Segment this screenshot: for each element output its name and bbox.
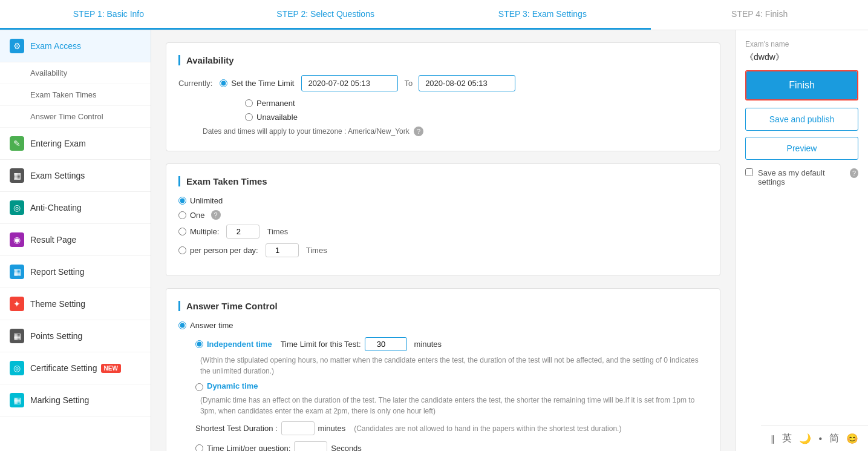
sidebar-item-label: Marking Setting bbox=[30, 395, 89, 405]
default-settings-row: Save as my default settings ? bbox=[745, 168, 858, 186]
shortest-duration-input[interactable] bbox=[281, 421, 315, 435]
independent-time-radio[interactable] bbox=[195, 340, 203, 348]
multiple-value-input[interactable] bbox=[226, 225, 259, 239]
sidebar-item-marking-setting[interactable]: ▦ Marking Setting bbox=[0, 384, 151, 416]
sidebar-item-label: Report Setting bbox=[30, 267, 85, 277]
one-option[interactable]: One ? bbox=[178, 210, 708, 220]
exam-access-icon: ⚙ bbox=[10, 39, 24, 53]
exam-taken-times-section: Exam Taken Times Unlimited One ? Multipl… bbox=[166, 163, 720, 276]
step-4[interactable]: STEP 4: Finish bbox=[651, 0, 868, 30]
save-publish-button[interactable]: Save and publish bbox=[745, 108, 858, 131]
step-3[interactable]: STEP 3: Exam Settings bbox=[434, 0, 651, 30]
default-settings-help-icon[interactable]: ? bbox=[850, 168, 858, 178]
answer-time-radio[interactable] bbox=[178, 321, 186, 329]
step-1[interactable]: STEP 1: Basic Info bbox=[0, 0, 217, 30]
unlimited-label: Unlimited bbox=[190, 196, 223, 205]
set-time-limit-radio[interactable] bbox=[220, 79, 227, 87]
bottom-bar: ‖ 英 🌙 • 简 😊 bbox=[761, 426, 868, 451]
content-area: Availability Currently: Set the Time Lim… bbox=[151, 30, 735, 451]
sidebar-sub-exam-taken-times[interactable]: Exam Taken Times bbox=[0, 84, 151, 106]
finish-button[interactable]: Finish bbox=[746, 71, 857, 99]
sidebar-item-theme-setting[interactable]: ✦ Theme Setting bbox=[0, 288, 151, 320]
availability-title: Availability bbox=[178, 55, 708, 65]
default-settings-checkbox[interactable] bbox=[745, 168, 753, 176]
from-date-input[interactable] bbox=[301, 75, 398, 91]
one-label: One bbox=[190, 211, 205, 220]
sidebar-sub-answer-time-control[interactable]: Answer Time Control bbox=[0, 106, 151, 128]
time-limit-per-q-label: Time Limit/per question: bbox=[207, 444, 290, 451]
shortest-label: Shortest Test Duration : bbox=[195, 424, 278, 433]
multiple-label: Multiple: bbox=[190, 227, 219, 236]
sidebar-item-exam-settings[interactable]: ▦ Exam Settings bbox=[0, 160, 151, 192]
multiple-option: Multiple: Times bbox=[178, 225, 708, 239]
sidebar-item-anti-cheating[interactable]: ◎ Anti-Cheating bbox=[0, 192, 151, 224]
marking-setting-icon: ▦ bbox=[10, 393, 24, 407]
sidebar-item-entering-exam[interactable]: ✎ Entering Exam bbox=[0, 128, 151, 160]
unavailable-radio[interactable] bbox=[245, 113, 253, 121]
sidebar-item-label: Result Page bbox=[30, 235, 76, 245]
dynamic-time-desc: (Dynamic time has an effect on the durat… bbox=[200, 395, 708, 416]
time-limit-per-q-radio[interactable] bbox=[195, 444, 203, 451]
preview-button[interactable]: Preview bbox=[745, 137, 858, 160]
to-date-input[interactable] bbox=[419, 75, 515, 91]
exam-taken-times-title: Exam Taken Times bbox=[178, 176, 708, 186]
multiple-times-label: Times bbox=[267, 227, 288, 236]
sidebar-item-label: Entering Exam bbox=[30, 139, 86, 148]
minutes-label: minutes bbox=[414, 340, 442, 349]
shortest-minutes-label: minutes bbox=[318, 424, 346, 433]
per-person-option: per person per day: Times bbox=[178, 243, 708, 257]
per-person-radio[interactable] bbox=[178, 246, 186, 254]
sidebar-item-result-page[interactable]: ◉ Result Page bbox=[0, 224, 151, 256]
currently-label: Currently: bbox=[178, 79, 212, 88]
sidebar-item-exam-access[interactable]: ⚙ Exam Access bbox=[0, 30, 151, 62]
lang-english-label[interactable]: 英 bbox=[782, 432, 792, 445]
sidebar-item-label: Theme Setting bbox=[30, 299, 85, 309]
dynamic-time-label: Dynamic time bbox=[207, 381, 258, 390]
sidebar-item-label: Points Setting bbox=[30, 331, 82, 341]
unlimited-option[interactable]: Unlimited bbox=[178, 196, 708, 205]
answer-time-label: Answer time bbox=[190, 321, 233, 330]
timezone-help-icon[interactable]: ? bbox=[414, 127, 423, 136]
result-page-icon: ◉ bbox=[10, 232, 24, 247]
independent-time-label: Independent time bbox=[207, 340, 272, 349]
currently-row: Currently: Set the Time Limit To bbox=[178, 75, 708, 91]
multiple-radio[interactable] bbox=[178, 228, 186, 235]
one-help-icon[interactable]: ? bbox=[211, 210, 221, 220]
sidebar-item-label: Exam Settings bbox=[30, 171, 85, 180]
sidebar-item-report-setting[interactable]: ▦ Report Setting bbox=[0, 256, 151, 288]
time-limit-label: Time Limit for this Test: bbox=[281, 340, 361, 349]
shortest-desc: (Candidates are not allowed to hand in t… bbox=[354, 423, 621, 434]
sidebar-item-label: Anti-Cheating bbox=[30, 203, 82, 212]
dot-icon: • bbox=[818, 433, 822, 444]
right-panel: Exam's name 《dwdw》 Finish Save and publi… bbox=[735, 30, 868, 451]
timezone-note: Dates and times will apply to your timez… bbox=[203, 127, 708, 136]
report-setting-icon: ▦ bbox=[10, 265, 24, 279]
sidebar-item-certificate-setting[interactable]: ◎ Certificate Setting NEW bbox=[0, 352, 151, 384]
emoji-icon[interactable]: 😊 bbox=[846, 433, 858, 444]
permanent-label: Permanent bbox=[256, 99, 295, 108]
step-2[interactable]: STEP 2: Select Questions bbox=[217, 0, 434, 30]
seconds-label: Seconds bbox=[331, 444, 362, 451]
dynamic-time-radio[interactable] bbox=[195, 383, 203, 391]
per-person-label: per person per day: bbox=[190, 246, 258, 255]
per-person-value-input[interactable] bbox=[266, 243, 299, 257]
exam-name-value: 《dwdw》 bbox=[745, 52, 858, 63]
independent-time-desc: (Within the stipulated opening hours, no… bbox=[200, 355, 708, 377]
sidebar-item-points-setting[interactable]: ▦ Points Setting bbox=[0, 320, 151, 352]
sidebar-sub-availability[interactable]: Availability bbox=[0, 62, 151, 84]
theme-setting-icon: ✦ bbox=[10, 297, 24, 311]
one-radio[interactable] bbox=[178, 211, 186, 219]
sidebar-item-label: Exam Access bbox=[30, 41, 81, 51]
time-limit-input[interactable] bbox=[365, 337, 407, 351]
points-setting-icon: ▦ bbox=[10, 329, 24, 343]
lang-english-icon[interactable]: ‖ bbox=[771, 434, 775, 444]
permanent-radio[interactable] bbox=[245, 99, 253, 107]
finish-box: Finish bbox=[745, 70, 858, 100]
exam-name-label: Exam's name bbox=[745, 40, 858, 48]
moon-icon[interactable]: 🌙 bbox=[799, 433, 811, 444]
stepper: STEP 1: Basic Info STEP 2: Select Questi… bbox=[0, 0, 868, 30]
per-person-times-label: Times bbox=[306, 246, 327, 255]
lang-chinese-label[interactable]: 简 bbox=[829, 432, 839, 445]
unlimited-radio[interactable] bbox=[178, 197, 186, 205]
time-limit-per-q-input[interactable] bbox=[294, 441, 327, 451]
